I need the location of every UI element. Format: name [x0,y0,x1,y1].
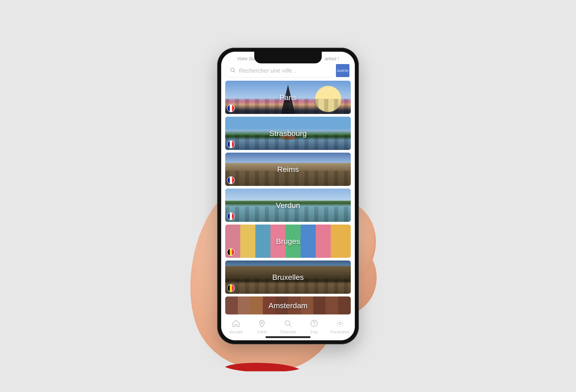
city-name: Reims [277,165,299,174]
city-name: Bruxelles [272,273,304,282]
svg-point-2 [261,322,263,323]
flag-belgium-icon [227,284,235,292]
search-icon [284,319,292,329]
search-input[interactable] [239,67,330,74]
city-card-reims[interactable]: Reims [225,153,351,186]
flag-france-icon [227,177,235,184]
flag-france-icon [227,105,235,112]
city-name: Verdun [276,201,300,210]
svg-point-3 [285,320,290,325]
svg-line-4 [289,325,291,327]
tab-carte[interactable]: Carte [249,319,275,335]
tab-parametre[interactable]: Paramètre [327,319,353,335]
tab-label: Faq [311,330,317,335]
city-card-bruges[interactable]: Bruges [225,225,351,258]
phone-notch [254,52,322,63]
phone-frame: Votre Gu artout ! JustCity [217,48,359,344]
flag-france-icon [227,140,235,148]
flag-belgium-icon [227,248,235,256]
map-pin-icon [258,319,266,329]
svg-point-0 [231,68,234,72]
phone-screen: Votre Gu artout ! JustCity [221,52,355,340]
tab-label: Chercher [280,330,296,335]
search-field[interactable] [227,64,333,77]
tab-label: Accueil [230,330,243,335]
tab-label: Carte [257,330,267,335]
flag-france-icon [227,212,235,220]
home-indicator[interactable] [265,336,311,338]
city-card-amsterdam[interactable]: Amsterdam [225,296,351,314]
city-card-verdun[interactable]: Verdun [225,189,351,222]
svg-line-1 [234,71,235,72]
tab-faq[interactable]: Faq [301,319,327,335]
svg-point-6 [314,325,314,325]
tab-label: Paramètre [331,330,349,335]
search-icon [230,67,236,74]
city-name: Paris [279,93,296,102]
help-icon [310,319,318,329]
city-card-paris[interactable]: Paris [225,81,351,114]
gear-icon [336,319,344,329]
city-name: Bruges [276,237,300,246]
city-name: Strasbourg [269,129,307,138]
city-card-strasbourg[interactable]: Strasbourg [225,117,351,150]
city-list[interactable]: Paris Strasbourg Reims [221,79,355,315]
tab-chercher[interactable]: Chercher [275,319,301,335]
app-logo-text: JustCity [337,69,348,72]
city-name: Amsterdam [268,301,308,310]
app-logo-button[interactable]: JustCity [336,64,349,77]
home-icon [232,319,240,329]
svg-point-7 [339,322,341,324]
city-card-bruxelles[interactable]: Bruxelles [225,261,351,294]
tab-accueil[interactable]: Accueil [223,319,249,335]
